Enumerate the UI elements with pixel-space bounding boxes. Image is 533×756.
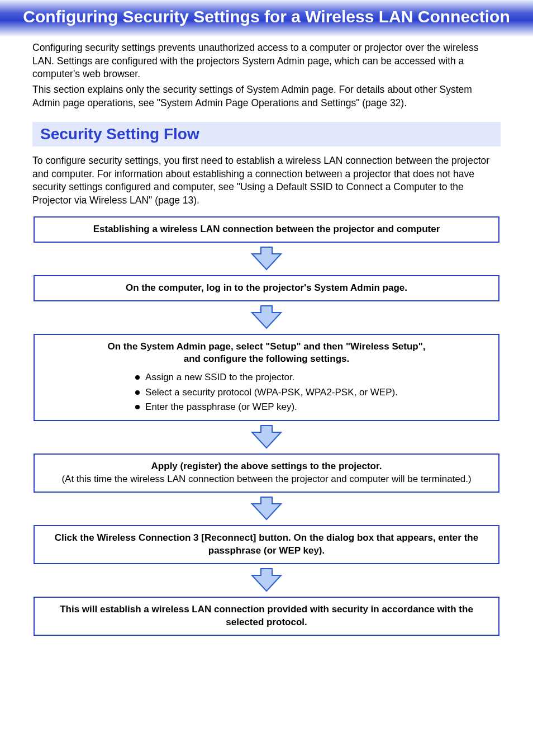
page: Configuring Security Settings for a Wire…	[0, 0, 533, 756]
bullet-item: Enter the passphrase (or WEP key).	[135, 400, 398, 414]
down-arrow-icon	[250, 246, 283, 271]
section-intro: To configure security settings, you firs…	[32, 154, 501, 207]
intro-paragraph-2: This section explains only the security …	[32, 83, 501, 110]
flow-arrow-4	[32, 493, 501, 525]
flow-step-1-text: Establishing a wireless LAN connection b…	[41, 223, 492, 236]
flow-step-3-line2: and configure the following settings.	[41, 353, 492, 366]
bullet-item: Select a security protocol (WPA-PSK, WPA…	[135, 385, 398, 400]
bullet-item: Assign a new SSID to the projector.	[135, 370, 398, 385]
flow-step-5-text: Click the Wireless Connection 3 [Reconne…	[41, 532, 492, 557]
intro-paragraph-1: Configuring security settings prevents u…	[32, 41, 501, 81]
flow-arrow-1	[32, 243, 501, 275]
down-arrow-icon	[250, 496, 283, 521]
flow-step-4: Apply (register) the above settings to t…	[34, 453, 499, 493]
flow-arrow-3	[32, 421, 501, 453]
flow-step-6-text: This will establish a wireless LAN conne…	[41, 603, 492, 629]
flow-step-2: On the computer, log in to the projector…	[34, 275, 499, 301]
down-arrow-icon	[250, 305, 283, 329]
flow-step-3: On the System Admin page, select "Setup"…	[34, 334, 499, 422]
flow-step-1: Establishing a wireless LAN connection b…	[34, 216, 499, 243]
flow-step-4-sub: (At this time the wireless LAN connectio…	[41, 473, 492, 486]
flow-step-6: This will establish a wireless LAN conne…	[34, 597, 499, 636]
down-arrow-icon	[250, 568, 283, 592]
content-area: Configuring security settings prevents u…	[0, 37, 533, 756]
section-heading: Security Setting Flow	[32, 122, 501, 147]
intro-block: Configuring security settings prevents u…	[32, 41, 501, 110]
page-title-banner: Configuring Security Settings for a Wire…	[0, 0, 533, 37]
flow-step-4-main: Apply (register) the above settings to t…	[41, 460, 492, 473]
page-title: Configuring Security Settings for a Wire…	[11, 7, 522, 27]
flow-step-3-line1: On the System Admin page, select "Setup"…	[41, 341, 492, 353]
flow-step-2-text: On the computer, log in to the projector…	[41, 282, 492, 295]
flow-arrow-5	[32, 564, 501, 597]
flow-arrow-2	[32, 301, 501, 334]
flow-step-3-bullets: Assign a new SSID to the projector. Sele…	[135, 370, 398, 414]
down-arrow-icon	[250, 424, 283, 449]
flow-step-5: Click the Wireless Connection 3 [Reconne…	[34, 525, 499, 564]
